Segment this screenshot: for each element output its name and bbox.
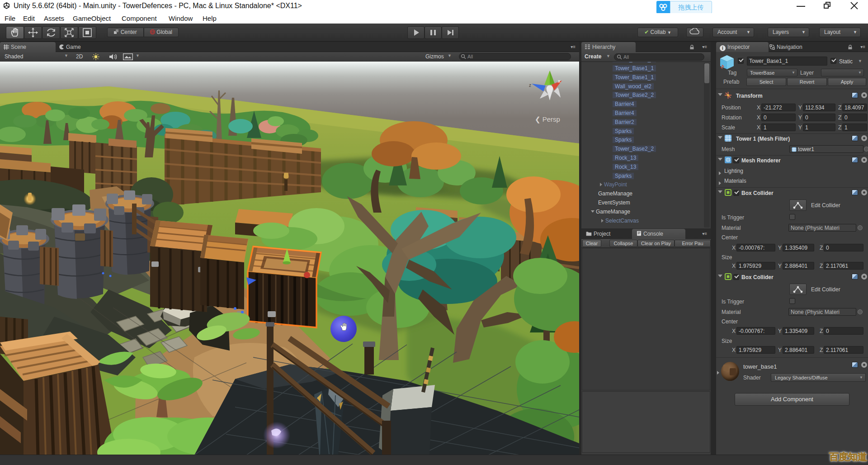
svg-text:x: x bbox=[558, 78, 561, 84]
svg-text:z: z bbox=[529, 83, 531, 88]
svg-text:❮ Persp: ❮ Persp bbox=[535, 115, 560, 123]
